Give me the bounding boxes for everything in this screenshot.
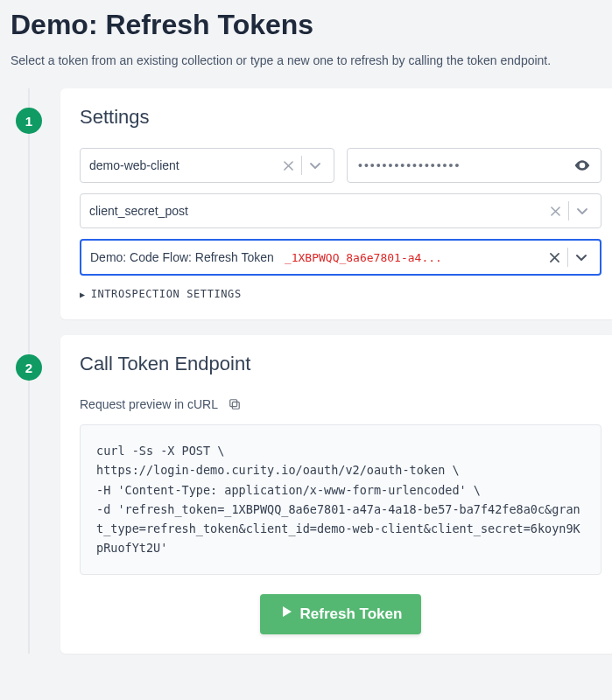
divider [568,201,569,220]
token-value-preview: _1XBPWQQ_8a6e7801-a4... [285,251,545,264]
svg-rect-2 [230,400,237,407]
auth-method-chevron-down-icon[interactable] [573,201,592,220]
svg-rect-1 [232,402,239,409]
auth-method-select[interactable]: client_secret_post [80,193,601,228]
page-title: Demo: Refresh Tokens [11,9,612,41]
play-icon [279,605,293,623]
client-id-clear-icon[interactable] [278,156,298,175]
divider [301,156,302,175]
introspection-settings-toggle[interactable]: ▶ INTROSPECTION SETTINGS [80,288,601,300]
client-secret-masked: ••••••••••••••••• [356,158,573,172]
client-id-select[interactable]: demo-web-client [80,148,334,183]
request-preview-label: Request preview in cURL [80,397,218,411]
refresh-token-button[interactable]: Refresh Token [260,594,422,634]
token-select[interactable]: Demo: Code Flow: Refresh Token _1XBPWQQ_… [80,239,601,276]
divider [567,248,568,267]
client-id-value: demo-web-client [89,158,278,172]
svg-point-0 [580,164,583,166]
settings-title: Settings [80,106,601,129]
chevron-right-icon: ▶ [80,290,86,299]
settings-card: Settings demo-web-client ••••••••••••• [60,88,612,319]
step-badge-1: 1 [16,108,42,134]
step-badge-2: 2 [16,354,42,381]
refresh-token-button-label: Refresh Token [300,606,403,623]
client-id-chevron-down-icon[interactable] [306,156,325,175]
auth-method-value: client_secret_post [89,204,545,218]
introspection-settings-label: INTROSPECTION SETTINGS [91,288,242,300]
token-clear-icon[interactable] [545,248,564,267]
copy-icon[interactable] [225,395,244,414]
token-collection-label: Demo: Code Flow: Refresh Token [90,250,274,264]
call-endpoint-title: Call Token Endpoint [80,353,601,375]
eye-icon[interactable] [573,156,592,175]
page-subtitle: Select a token from an existing collecti… [11,53,612,67]
token-chevron-down-icon[interactable] [572,248,591,267]
call-endpoint-card: Call Token Endpoint Request preview in c… [60,335,612,654]
auth-method-clear-icon[interactable] [545,201,565,220]
client-secret-input[interactable]: ••••••••••••••••• [347,148,601,183]
curl-preview: curl -Ss -X POST \ https://login-demo.cu… [80,424,601,575]
